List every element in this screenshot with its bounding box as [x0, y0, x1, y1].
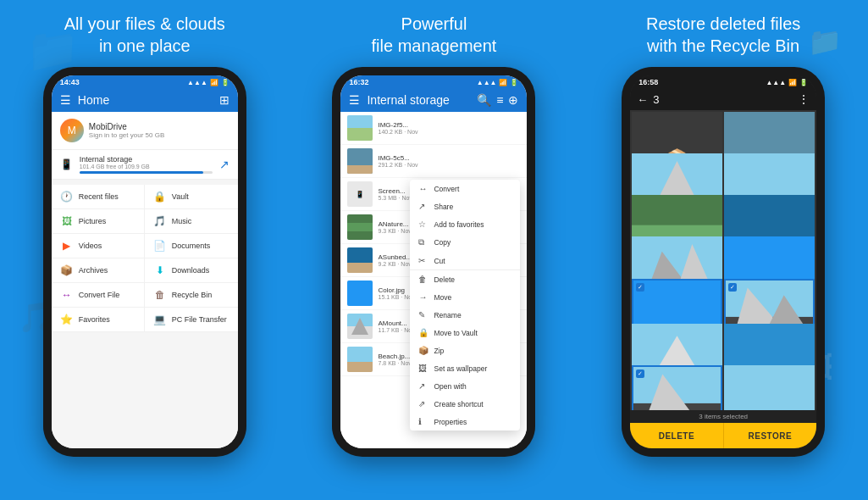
file-item[interactable]: IMG-5c5... 291.2 KB · Nov	[340, 145, 527, 178]
panel-filemanager: Powerful file management 16:32 ▲▲▲ 📶 🔋 ☰…	[302, 13, 565, 487]
wallpaper-ctx-icon: 🖼	[418, 364, 428, 373]
hamburger-icon[interactable]: ☰	[60, 93, 71, 107]
panel1-title: All your files & clouds in one place	[64, 13, 225, 57]
share-icon[interactable]: ↗	[219, 158, 229, 171]
ctx-wallpaper[interactable]: 🖼 Set as wallpaper	[410, 359, 520, 377]
storage-device-icon: 📱	[60, 158, 73, 170]
ctx-cut[interactable]: ✂ Cut	[410, 252, 520, 269]
convert-ctx-icon: ↔	[418, 184, 428, 193]
ctx-shortcut-label: Create shortcut	[434, 400, 483, 408]
file-name: IMG-2f5...	[378, 121, 520, 129]
menu-vault[interactable]: 🔒 Vault	[145, 185, 238, 209]
ctx-share[interactable]: ↗ Share	[410, 197, 520, 215]
mobidrive-icon: M	[60, 119, 84, 142]
menu-videos[interactable]: ▶ Videos	[52, 234, 145, 258]
overflow-icon[interactable]: ⋮	[798, 92, 810, 106]
grid-icon[interactable]: ⊞	[219, 93, 229, 107]
hamburger-icon-2[interactable]: ☰	[349, 93, 360, 107]
svg-rect-6	[347, 247, 373, 263]
svg-rect-5	[347, 223, 373, 231]
wifi-icon-3: 📶	[788, 79, 797, 86]
ctx-favorites[interactable]: ☆ Add to favorites	[410, 215, 520, 233]
menu-archives[interactable]: 📦 Archives	[52, 258, 145, 283]
svg-rect-3	[347, 165, 373, 174]
menu-favorites[interactable]: ⭐ Favorites	[52, 308, 145, 332]
gallery-cell-amountain2[interactable]: ✓ AMountain (1).jpg	[632, 365, 722, 410]
svg-rect-1	[347, 128, 373, 141]
vault-ctx-icon: 🔒	[418, 328, 428, 337]
downloads-label: Downloads	[172, 266, 210, 275]
ctx-delete[interactable]: 🗑 Delete	[410, 270, 520, 288]
gallery-cell-beach2[interactable]: Beach.jpg	[724, 365, 815, 410]
selection-count: 3	[653, 93, 659, 106]
favorites-label: Favorites	[79, 315, 110, 324]
ctx-wallpaper-label: Set as wallpaper	[434, 364, 487, 373]
status-icons-3: ▲▲▲ 📶 🔋	[766, 79, 808, 86]
file-thumb	[347, 347, 373, 372]
svg-rect-13	[724, 112, 815, 158]
copy-ctx-icon: ⧉	[418, 237, 428, 247]
search-icon[interactable]: 🔍	[477, 93, 491, 107]
fav-ctx-icon: ☆	[418, 219, 428, 229]
videos-label: Videos	[79, 242, 102, 250]
rename-ctx-icon: ✎	[418, 310, 428, 319]
menu-music[interactable]: 🎵 Music	[145, 209, 238, 234]
menu-documents[interactable]: 📄 Documents	[145, 234, 238, 258]
phone-2: 16:32 ▲▲▲ 📶 🔋 ☰ Internal storage 🔍 ≡ ⊕	[332, 67, 535, 457]
ctx-zip[interactable]: 📦 Zip	[410, 342, 520, 359]
storage-section[interactable]: 📱 Internal storage 101.4 GB free of 109.…	[52, 150, 238, 180]
cut-ctx-icon: ✂	[418, 256, 428, 265]
selected-text: 3 items selected	[699, 413, 748, 420]
zip-ctx-icon: 📦	[418, 346, 428, 355]
ctx-rename[interactable]: ✎ Rename	[410, 306, 520, 324]
archives-label: Archives	[79, 266, 108, 275]
menu-recycle[interactable]: 🗑 Recycle Bin	[145, 283, 238, 308]
ctx-convert[interactable]: ↔ Convert	[410, 180, 520, 197]
storage-fill	[80, 171, 203, 174]
menu-pc-transfer[interactable]: 💻 PC File Transfer	[145, 308, 238, 332]
archives-icon: 📦	[60, 264, 74, 276]
menu-pictures[interactable]: 🖼 Pictures	[52, 209, 145, 234]
svg-rect-7	[347, 263, 373, 273]
props-ctx-icon: ℹ	[418, 417, 428, 426]
status-icons-2: ▲▲▲ 📶 🔋	[477, 79, 519, 86]
recent-label: Recent files	[79, 192, 119, 201]
phone1-screen: 14:43 ▲▲▲ 📶 🔋 ☰ Home ⊞ M MobiDriv	[52, 75, 238, 448]
ctx-open[interactable]: ↗ Open with	[410, 377, 520, 395]
status-icons-1: ▲▲▲ 📶 🔋	[187, 79, 229, 86]
music-label: Music	[172, 217, 192, 225]
ctx-copy[interactable]: ⧉ Copy	[410, 233, 520, 252]
app-bar-title-2: Internal storage	[367, 93, 470, 107]
ctx-shortcut[interactable]: ⇗ Create shortcut	[410, 395, 520, 413]
menu-convert[interactable]: ↔ Convert File	[52, 283, 145, 308]
mobidrive-section[interactable]: M MobiDrive Sign in to get your 50 GB	[52, 112, 238, 150]
ctx-move[interactable]: → Move	[410, 288, 520, 306]
storage-label: Internal storage	[80, 155, 213, 164]
favorites-icon: ⭐	[60, 314, 74, 325]
ctx-cut-label: Cut	[434, 257, 445, 265]
menu-downloads[interactable]: ⬇ Downloads	[145, 258, 238, 283]
file-thumb: 📱	[347, 181, 373, 207]
mobidrive-info: MobiDrive Sign in to get your 50 GB	[89, 122, 164, 139]
signal-icon: ▲▲▲	[187, 79, 207, 86]
svg-rect-8	[347, 281, 373, 306]
ctx-vault[interactable]: 🔒 Move to Vault	[410, 324, 520, 342]
svg-rect-30	[726, 281, 813, 317]
videos-icon: ▶	[60, 240, 74, 252]
file-item[interactable]: IMG-2f5... 140.2 KB · Nov	[340, 112, 527, 145]
ctx-properties[interactable]: ℹ Properties	[410, 413, 520, 431]
back-icon[interactable]: ←	[637, 93, 648, 106]
delete-button[interactable]: DELETE	[630, 423, 723, 448]
menu-recent-files[interactable]: 🕐 Recent files	[52, 185, 145, 209]
app-bar-icons-2: 🔍 ≡ ⊕	[477, 93, 518, 107]
restore-button[interactable]: RESTORE	[723, 423, 817, 448]
pictures-label: Pictures	[79, 217, 107, 225]
panel-home: All your files & clouds in one place 14:…	[14, 13, 276, 487]
add-icon[interactable]: ⊕	[508, 93, 518, 107]
convert-icon: ↔	[60, 289, 74, 301]
recycle-icon: 🗑	[153, 289, 167, 301]
delete-ctx-icon: 🗑	[418, 275, 428, 284]
sort-icon[interactable]: ≡	[496, 93, 503, 107]
wifi-icon: 📶	[210, 79, 218, 86]
gallery-screen: 📦 JP.zip ANature.jpg	[630, 110, 816, 448]
